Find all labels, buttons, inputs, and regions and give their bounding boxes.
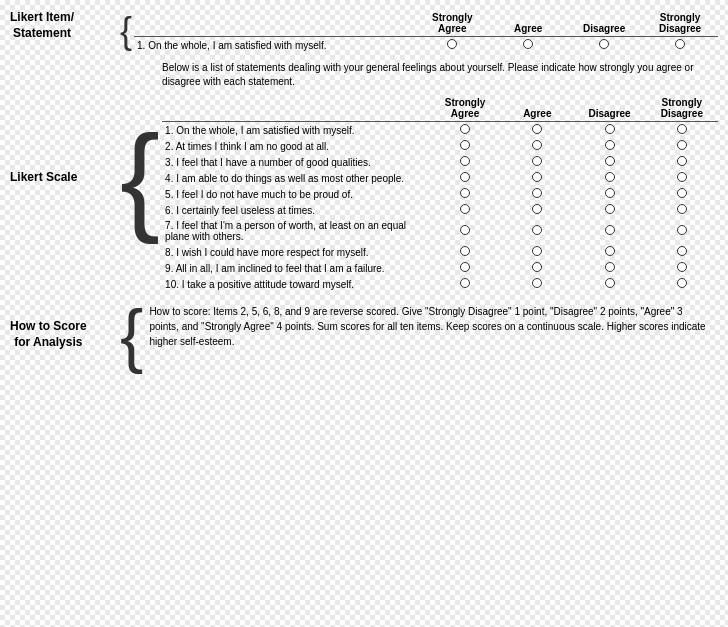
radio-sd-2[interactable] bbox=[646, 138, 718, 154]
radio-d-1[interactable] bbox=[573, 122, 645, 139]
radio-circle[interactable] bbox=[677, 124, 687, 134]
radio-circle[interactable] bbox=[460, 156, 470, 166]
section1-content: StronglyAgree Agree Disagree StronglyDis… bbox=[134, 10, 718, 53]
question-text-8: 8. I wish I could have more respect for … bbox=[162, 244, 429, 260]
radio-circle[interactable] bbox=[532, 204, 542, 214]
radio-circle[interactable] bbox=[605, 204, 615, 214]
radio-d-9[interactable] bbox=[573, 260, 645, 276]
question-text-4: 4. I am able to do things as well as mos… bbox=[162, 170, 429, 186]
radio-circle[interactable] bbox=[460, 172, 470, 182]
radio-circle[interactable] bbox=[447, 39, 457, 49]
radio-circle[interactable] bbox=[460, 278, 470, 288]
radio-circle[interactable] bbox=[532, 278, 542, 288]
radio-sd-3[interactable] bbox=[646, 154, 718, 170]
radio-circle[interactable] bbox=[675, 39, 685, 49]
radio-sd-9[interactable] bbox=[646, 260, 718, 276]
radio-circle[interactable] bbox=[532, 246, 542, 256]
radio-a-6[interactable] bbox=[501, 202, 573, 218]
question-text-3: 3. I feel that I have a number of good q… bbox=[162, 154, 429, 170]
likert-scale-table: StronglyAgree Agree Disagree StronglyDis… bbox=[162, 95, 718, 292]
radio-d-6[interactable] bbox=[573, 202, 645, 218]
radio-circle[interactable] bbox=[605, 188, 615, 198]
radio-d-1[interactable] bbox=[566, 37, 642, 54]
radio-circle[interactable] bbox=[532, 124, 542, 134]
radio-circle[interactable] bbox=[460, 204, 470, 214]
radio-circle[interactable] bbox=[532, 262, 542, 272]
radio-circle[interactable] bbox=[677, 278, 687, 288]
radio-sa-3[interactable] bbox=[429, 154, 501, 170]
radio-sa-1[interactable] bbox=[414, 37, 490, 54]
radio-circle[interactable] bbox=[605, 172, 615, 182]
scale-col-a: Agree bbox=[501, 95, 573, 122]
radio-d-8[interactable] bbox=[573, 244, 645, 260]
radio-circle[interactable] bbox=[460, 262, 470, 272]
radio-circle[interactable] bbox=[605, 262, 615, 272]
radio-d-10[interactable] bbox=[573, 276, 645, 292]
radio-a-1[interactable] bbox=[501, 122, 573, 139]
radio-a-10[interactable] bbox=[501, 276, 573, 292]
radio-sa-4[interactable] bbox=[429, 170, 501, 186]
radio-sa-7[interactable] bbox=[429, 218, 501, 244]
radio-a-9[interactable] bbox=[501, 260, 573, 276]
table-row: 7. I feel that I'm a person of worth, at… bbox=[162, 218, 718, 244]
radio-circle[interactable] bbox=[605, 246, 615, 256]
radio-d-7[interactable] bbox=[573, 218, 645, 244]
radio-circle[interactable] bbox=[677, 225, 687, 235]
radio-circle[interactable] bbox=[532, 156, 542, 166]
radio-circle[interactable] bbox=[460, 124, 470, 134]
radio-d-5[interactable] bbox=[573, 186, 645, 202]
table-row: 3. I feel that I have a number of good q… bbox=[162, 154, 718, 170]
radio-d-3[interactable] bbox=[573, 154, 645, 170]
radio-sd-4[interactable] bbox=[646, 170, 718, 186]
radio-a-3[interactable] bbox=[501, 154, 573, 170]
radio-circle[interactable] bbox=[677, 262, 687, 272]
radio-sa-10[interactable] bbox=[429, 276, 501, 292]
radio-circle[interactable] bbox=[460, 225, 470, 235]
radio-a-4[interactable] bbox=[501, 170, 573, 186]
radio-sa-1[interactable] bbox=[429, 122, 501, 139]
radio-circle[interactable] bbox=[605, 140, 615, 150]
radio-circle[interactable] bbox=[677, 204, 687, 214]
radio-circle[interactable] bbox=[677, 246, 687, 256]
col-question-header bbox=[134, 10, 414, 37]
radio-circle[interactable] bbox=[532, 188, 542, 198]
radio-a-7[interactable] bbox=[501, 218, 573, 244]
radio-circle[interactable] bbox=[605, 278, 615, 288]
radio-circle[interactable] bbox=[460, 188, 470, 198]
radio-circle[interactable] bbox=[532, 140, 542, 150]
radio-d-2[interactable] bbox=[573, 138, 645, 154]
radio-circle[interactable] bbox=[677, 140, 687, 150]
radio-sd-5[interactable] bbox=[646, 186, 718, 202]
radio-sa-9[interactable] bbox=[429, 260, 501, 276]
radio-a-2[interactable] bbox=[501, 138, 573, 154]
radio-sa-5[interactable] bbox=[429, 186, 501, 202]
radio-sa-6[interactable] bbox=[429, 202, 501, 218]
radio-sd-1[interactable] bbox=[646, 122, 718, 139]
radio-circle[interactable] bbox=[605, 156, 615, 166]
radio-a-1[interactable] bbox=[490, 37, 566, 54]
question-text-5: 5. I feel I do not have much to be proud… bbox=[162, 186, 429, 202]
radio-sd-1[interactable] bbox=[642, 37, 718, 54]
radio-circle[interactable] bbox=[605, 225, 615, 235]
radio-d-4[interactable] bbox=[573, 170, 645, 186]
radio-sd-8[interactable] bbox=[646, 244, 718, 260]
radio-circle[interactable] bbox=[523, 39, 533, 49]
radio-circle[interactable] bbox=[677, 188, 687, 198]
radio-a-8[interactable] bbox=[501, 244, 573, 260]
radio-a-5[interactable] bbox=[501, 186, 573, 202]
radio-sd-7[interactable] bbox=[646, 218, 718, 244]
radio-circle[interactable] bbox=[460, 140, 470, 150]
radio-sd-10[interactable] bbox=[646, 276, 718, 292]
radio-circle[interactable] bbox=[677, 172, 687, 182]
radio-circle[interactable] bbox=[532, 225, 542, 235]
scale-col-d: Disagree bbox=[573, 95, 645, 122]
radio-sa-8[interactable] bbox=[429, 244, 501, 260]
radio-sd-6[interactable] bbox=[646, 202, 718, 218]
section1-label: Likert Item/Statement bbox=[10, 10, 120, 41]
radio-circle[interactable] bbox=[605, 124, 615, 134]
radio-circle[interactable] bbox=[460, 246, 470, 256]
radio-circle[interactable] bbox=[677, 156, 687, 166]
radio-sa-2[interactable] bbox=[429, 138, 501, 154]
radio-circle[interactable] bbox=[532, 172, 542, 182]
radio-circle[interactable] bbox=[599, 39, 609, 49]
